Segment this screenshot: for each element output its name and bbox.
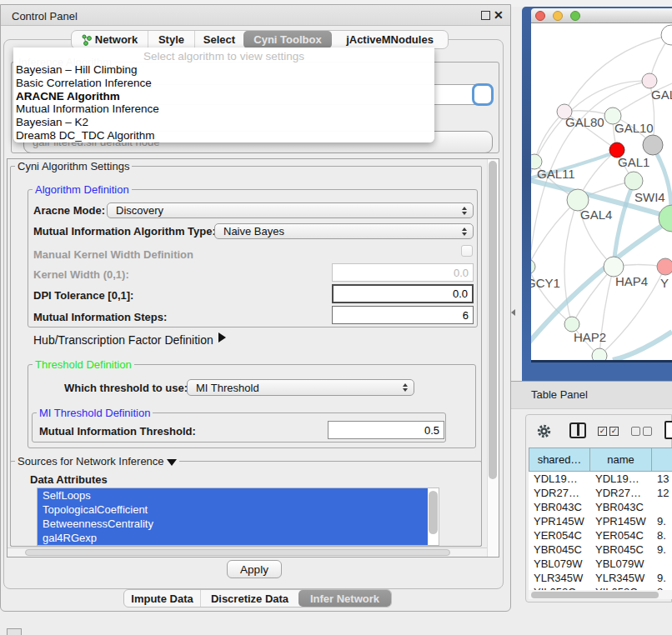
data-attribute-item[interactable]: BetweennessCentrality bbox=[38, 517, 428, 531]
network-node-label: GAL7 bbox=[651, 88, 672, 102]
tab-style[interactable]: Style bbox=[148, 31, 195, 48]
network-node-label: GAL80 bbox=[565, 115, 604, 129]
tab-network[interactable]: Network bbox=[72, 31, 148, 48]
mi-threshold-value: 0.5 bbox=[424, 424, 439, 437]
table-rows: YDL19…YDL19…13YDR27…YDR27…12YBR043CYBR04… bbox=[529, 472, 672, 590]
select-all-checkbox-icon[interactable]: ✓ bbox=[598, 427, 607, 436]
tab-network-label: Network bbox=[95, 33, 138, 46]
table-cell: YDL19… bbox=[529, 472, 590, 486]
tab-select[interactable]: Select bbox=[195, 31, 243, 48]
table-cell: 9. bbox=[652, 542, 672, 557]
which-threshold-label: Which threshold to use: bbox=[64, 382, 188, 394]
table-row[interactable]: YBR045CYBR045C9. bbox=[529, 542, 672, 557]
stepper-arrows-icon bbox=[462, 207, 467, 215]
mi-steps-field[interactable]: 6 bbox=[332, 306, 474, 324]
table-row[interactable]: YDL19…YDL19…13 bbox=[529, 472, 672, 486]
manual-kernel-checkbox[interactable] bbox=[461, 245, 473, 257]
data-attribute-item[interactable]: TopologicalCoefficient bbox=[38, 502, 428, 517]
network-node[interactable] bbox=[592, 348, 607, 360]
mi-type-label: Mutual Information Algorithm Type: bbox=[33, 225, 216, 238]
tab-jactivemnodules[interactable]: jActiveMNodules bbox=[332, 31, 448, 48]
list-vertical-scrollbar[interactable] bbox=[429, 491, 438, 534]
hub-definition-label[interactable]: Hub/Transcription Factor Definition bbox=[33, 333, 213, 347]
network-node-label: GAL4 bbox=[580, 208, 612, 222]
table-cell bbox=[652, 557, 672, 571]
network-node[interactable] bbox=[642, 73, 657, 88]
dropdown-item[interactable]: Mutual Information Inference bbox=[13, 102, 434, 116]
network-node[interactable] bbox=[643, 135, 663, 155]
table-column-header[interactable] bbox=[652, 448, 672, 472]
dropdown-item[interactable]: Bayesian – Hill Climbing bbox=[13, 63, 434, 77]
network-node[interactable] bbox=[531, 259, 535, 274]
table-cell: YER054C bbox=[590, 528, 652, 542]
manual-kernel-label: Manual Kernel Width Definition bbox=[33, 248, 193, 261]
mi-steps-label: Mutual Information Steps: bbox=[33, 311, 167, 323]
horizontal-scrollbar-thumb[interactable] bbox=[25, 549, 450, 556]
select-all-checkbox-icon2[interactable]: ✓ bbox=[609, 427, 619, 436]
tab-discretize-data[interactable]: Discretize Data bbox=[201, 590, 298, 607]
maximize-traffic-light[interactable] bbox=[570, 11, 580, 21]
gear-icon[interactable] bbox=[537, 424, 551, 438]
dpi-tolerance-label: DPI Tolerance [0,1]: bbox=[33, 289, 133, 302]
table-row[interactable]: YBL079WYBL079W bbox=[529, 557, 672, 571]
tab-impute-data[interactable]: Impute Data bbox=[124, 590, 201, 607]
network-node[interactable] bbox=[661, 25, 672, 45]
data-attribute-item[interactable]: gal4RGexp bbox=[38, 531, 428, 545]
dropdown-item[interactable]: Bayesian – K2 bbox=[13, 116, 434, 129]
vertical-scrollbar-thumb[interactable] bbox=[489, 161, 497, 479]
deselect-checkbox-icon2[interactable] bbox=[643, 427, 652, 436]
minimize-traffic-light[interactable] bbox=[553, 11, 563, 21]
close-icon[interactable]: ✕ bbox=[494, 8, 504, 22]
table-column-header[interactable]: shared… bbox=[529, 448, 590, 472]
table-cell: 8. bbox=[652, 528, 672, 542]
expand-arrow-icon[interactable] bbox=[218, 332, 226, 342]
aracne-mode-combobox[interactable]: Discovery bbox=[107, 202, 474, 218]
tab-infer-network[interactable]: Infer Network bbox=[298, 590, 391, 607]
stepper-arrows-icon bbox=[462, 228, 467, 236]
table-row[interactable]: YER054CYER054C8. bbox=[529, 528, 672, 542]
table-cell: 9. bbox=[652, 571, 672, 585]
mi-type-combobox[interactable]: Naive Bayes bbox=[214, 223, 474, 239]
data-attribute-item[interactable]: SelfLoops bbox=[38, 488, 428, 502]
bottom-panel-icon[interactable] bbox=[7, 628, 22, 635]
mi-threshold-label: Mutual Information Threshold: bbox=[39, 425, 196, 438]
mi-threshold-field[interactable]: 0.5 bbox=[328, 421, 444, 439]
table-header-row: shared…name bbox=[529, 448, 672, 472]
tab-cyni-toolbox-label: Cyni Toolbox bbox=[253, 33, 321, 46]
dpi-tolerance-field[interactable]: 0.0 bbox=[332, 284, 474, 303]
mi-threshold-definition-title: MI Threshold Definition bbox=[37, 407, 153, 419]
network-node[interactable] bbox=[624, 172, 643, 190]
dropdown-item[interactable]: Dream8 DC_TDC Algorithm bbox=[13, 129, 434, 142]
dropdown-item[interactable]: Basic Correlation Inference bbox=[13, 77, 434, 90]
tab-select-label: Select bbox=[203, 33, 235, 46]
table-cell: YBL079W bbox=[529, 557, 590, 571]
tab-infer-network-label: Infer Network bbox=[310, 592, 379, 605]
tab-cyni-toolbox[interactable]: Cyni Toolbox bbox=[243, 31, 332, 48]
network-canvas[interactable]: GAL7GAL80GAL10GAL1GAL11GAL4SWI4GCY1HAP4Y… bbox=[531, 23, 672, 360]
deselect-checkbox-icon[interactable] bbox=[631, 427, 640, 436]
network-node-label: GAL11 bbox=[537, 167, 575, 181]
columns-icon[interactable] bbox=[569, 422, 586, 438]
mi-steps-value: 6 bbox=[463, 309, 469, 322]
collapse-arrow-icon[interactable] bbox=[167, 459, 177, 466]
kernel-width-field[interactable]: 0.0 bbox=[332, 263, 474, 282]
splitpane-arrow-icon[interactable] bbox=[511, 309, 515, 316]
tab-discretize-data-label: Discretize Data bbox=[211, 592, 288, 605]
which-threshold-combobox[interactable]: MI Threshold bbox=[187, 379, 414, 396]
apply-button[interactable]: Apply bbox=[227, 560, 282, 578]
network-node[interactable] bbox=[657, 258, 672, 275]
table-row[interactable]: YPR145WYPR145W9. bbox=[529, 514, 672, 528]
dropdown-items: Bayesian – Hill ClimbingBasic Correlatio… bbox=[13, 63, 434, 142]
float-window-icon[interactable] bbox=[481, 11, 490, 20]
table-column-header[interactable]: name bbox=[590, 448, 652, 472]
document-icon[interactable] bbox=[664, 421, 672, 439]
close-traffic-light[interactable] bbox=[535, 11, 545, 21]
table-hscrollbar-thumb[interactable] bbox=[531, 592, 659, 598]
dropdown-item[interactable]: ARACNE Algorithm bbox=[13, 90, 434, 103]
columns-icon-divider bbox=[577, 424, 579, 436]
table-row[interactable]: YBR043CYBR043C bbox=[529, 500, 672, 514]
table-row[interactable]: YDR27…YDR27…12 bbox=[529, 486, 672, 500]
combobox-stepper-button[interactable] bbox=[472, 83, 494, 106]
data-attributes-list: SelfLoopsTopologicalCoefficientBetweenne… bbox=[37, 488, 439, 546]
table-row[interactable]: YLR345WYLR345W9. bbox=[529, 571, 672, 585]
